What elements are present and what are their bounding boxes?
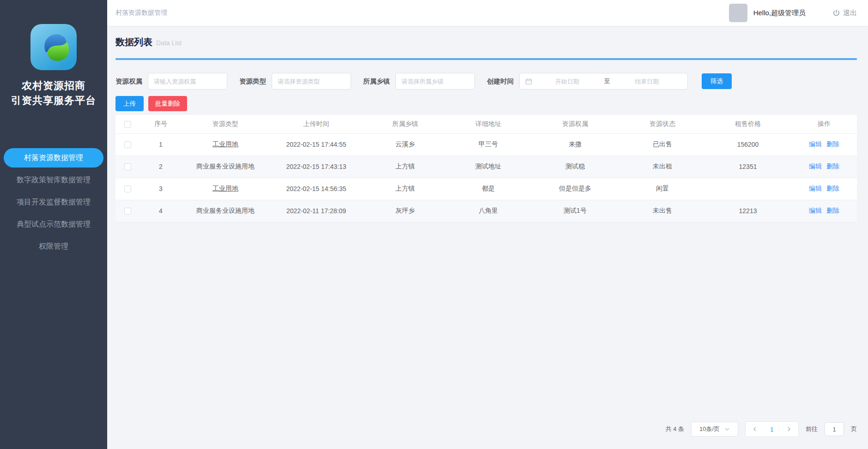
goto-label: 前往 <box>806 425 818 433</box>
chevron-left-icon <box>752 426 758 432</box>
cell-owner: 但是但是多 <box>530 178 620 200</box>
content: 数据列表 Data List 资源权属 资源类型 所属乡镇 创建时间 至 <box>107 26 868 449</box>
end-date-input[interactable] <box>612 78 682 85</box>
delete-link[interactable]: 删除 <box>826 185 839 192</box>
delete-link[interactable]: 删除 <box>826 162 839 170</box>
logout-button[interactable]: 退出 <box>832 9 857 18</box>
total-count: 共 4 条 <box>666 425 684 433</box>
col-town: 所属乡镇 <box>364 115 447 133</box>
filter-row: 资源权属 资源类型 所属乡镇 创建时间 至 筛选 <box>115 73 857 90</box>
empty-space <box>115 222 857 422</box>
cell-time: 2022-02-15 17:44:55 <box>269 133 364 156</box>
app-title: 农村资源招商 引资共享服务平台 <box>0 78 107 108</box>
cell-town: 云溪乡 <box>364 133 447 156</box>
row-checkbox[interactable] <box>124 208 131 215</box>
cell-time: 2022-02-11 17:28:09 <box>269 200 364 222</box>
start-date-input[interactable] <box>532 78 602 85</box>
sidebar-item-project-supervision-data[interactable]: 项目开发监督数据管理 <box>4 192 103 212</box>
data-table: 序号 资源类型 上传时间 所属乡镇 详细地址 资源权属 资源状态 租售价格 操作… <box>115 115 857 222</box>
edit-link[interactable]: 编辑 <box>809 185 822 192</box>
cell-seq: 3 <box>140 178 182 200</box>
user-area: Hello,超级管理员 退出 <box>729 4 857 22</box>
main-area: 村落资源数据管理 Hello,超级管理员 退出 数据列表 Data List 资… <box>107 0 868 449</box>
sidebar: 农村资源招商 引资共享服务平台 村落资源数据管理 数字政策智库数据管理 项目开发… <box>0 0 107 449</box>
cell-town: 灰坪乡 <box>364 200 447 222</box>
sidebar-item-pilot-demo-data[interactable]: 典型试点示范数据管理 <box>4 215 103 234</box>
cell-time: 2022-02-15 14:56:35 <box>269 178 364 200</box>
select-all-checkbox[interactable] <box>124 121 131 128</box>
filter-label-create-time: 创建时间 <box>487 77 514 86</box>
table-row: 2 商业服务业设施用地 2022-02-15 17:43:13 上方镇 测试地址… <box>115 156 857 178</box>
calendar-icon <box>525 78 532 85</box>
page-size-value: 10条/页 <box>699 425 720 433</box>
page-subtitle: Data List <box>156 39 182 47</box>
cell-price <box>704 178 791 200</box>
delete-link[interactable]: 删除 <box>826 207 839 214</box>
col-owner: 资源权属 <box>530 115 620 133</box>
table-row: 1 工业用地 2022-02-15 17:44:55 云溪乡 甲三号 来撒 已出… <box>115 133 857 156</box>
town-select[interactable] <box>395 73 475 90</box>
cell-owner: 测试1号 <box>530 200 620 222</box>
batch-delete-button[interactable]: 批量删除 <box>148 96 187 111</box>
cell-type: 工业用地 <box>182 178 269 200</box>
cell-price: 12351 <box>704 156 791 178</box>
date-separator: 至 <box>602 77 612 85</box>
cell-address: 甲三号 <box>447 133 530 156</box>
table-row: 3 工业用地 2022-02-15 14:56:35 上方镇 都是 但是但是多 … <box>115 178 857 200</box>
cell-seq: 2 <box>140 156 182 178</box>
logout-label: 退出 <box>843 9 857 18</box>
col-type: 资源类型 <box>182 115 269 133</box>
date-range-picker[interactable]: 至 <box>519 73 688 90</box>
table-row: 4 商业服务业设施用地 2022-02-11 17:28:09 灰坪乡 八角里 … <box>115 200 857 222</box>
sidebar-item-digital-policy-data[interactable]: 数字政策智库数据管理 <box>4 170 103 190</box>
top-bar: 村落资源数据管理 Hello,超级管理员 退出 <box>107 0 868 26</box>
prev-page-button[interactable] <box>752 426 758 432</box>
cell-address: 都是 <box>447 178 530 200</box>
col-upload-time: 上传时间 <box>269 115 364 133</box>
cell-owner: 来撒 <box>530 133 620 156</box>
col-status: 资源状态 <box>620 115 704 133</box>
cell-time: 2022-02-15 17:43:13 <box>269 156 364 178</box>
cell-town: 上方镇 <box>364 156 447 178</box>
row-checkbox[interactable] <box>124 163 131 170</box>
cell-status: 未出租 <box>620 156 704 178</box>
pager: 1 <box>745 421 799 437</box>
cell-town: 上方镇 <box>364 178 447 200</box>
edit-link[interactable]: 编辑 <box>809 207 822 214</box>
cell-status: 已出售 <box>620 133 704 156</box>
cell-status: 闲置 <box>620 178 704 200</box>
cell-price: 12213 <box>704 200 791 222</box>
row-checkbox[interactable] <box>124 141 131 148</box>
cell-type: 商业服务业设施用地 <box>182 156 269 178</box>
type-select[interactable] <box>272 73 351 90</box>
chevron-right-icon <box>786 426 792 432</box>
filter-button[interactable]: 筛选 <box>702 73 732 89</box>
table-header-row: 序号 资源类型 上传时间 所属乡镇 详细地址 资源权属 资源状态 租售价格 操作 <box>115 115 857 133</box>
cell-type: 工业用地 <box>182 133 269 156</box>
avatar <box>729 4 747 22</box>
page-number[interactable]: 1 <box>770 426 773 433</box>
cell-address: 八角里 <box>447 200 530 222</box>
page-title: 数据列表 <box>115 36 152 48</box>
title-divider <box>115 58 857 60</box>
owner-input[interactable] <box>148 73 227 90</box>
edit-link[interactable]: 编辑 <box>809 140 822 148</box>
breadcrumb[interactable]: 村落资源数据管理 <box>115 9 167 17</box>
edit-link[interactable]: 编辑 <box>809 162 822 170</box>
cell-price: 156200 <box>704 133 791 156</box>
page-title-row: 数据列表 Data List <box>115 36 857 50</box>
page-size-select[interactable]: 10条/页 <box>691 422 738 437</box>
next-page-button[interactable] <box>786 426 792 432</box>
row-checkbox[interactable] <box>124 186 131 192</box>
sidebar-item-permission-management[interactable]: 权限管理 <box>4 237 103 256</box>
filter-label-town: 所属乡镇 <box>363 77 390 86</box>
col-address: 详细地址 <box>447 115 530 133</box>
filter-label-type: 资源类型 <box>239 77 266 86</box>
sidebar-item-village-resource-data[interactable]: 村落资源数据管理 <box>4 148 103 168</box>
delete-link[interactable]: 删除 <box>826 140 839 148</box>
upload-button[interactable]: 上传 <box>115 96 144 111</box>
sidebar-nav: 村落资源数据管理 数字政策智库数据管理 项目开发监督数据管理 典型试点示范数据管… <box>0 147 107 257</box>
col-price: 租售价格 <box>704 115 791 133</box>
col-seq: 序号 <box>140 115 182 133</box>
goto-page-input[interactable] <box>825 422 844 436</box>
